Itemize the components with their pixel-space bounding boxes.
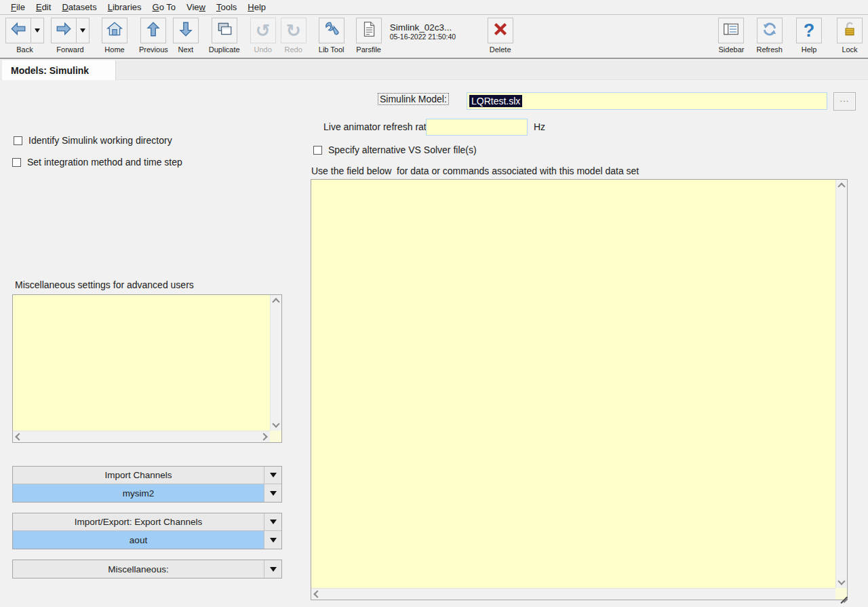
simulink-model-label: Simulink Model: — [378, 93, 449, 105]
solver-checkbox-row: Specify alternative VS Solver file(s) — [313, 144, 477, 155]
scroll-up-icon[interactable] — [837, 182, 845, 190]
undo-button: ↺ Undo — [250, 18, 276, 54]
back-arrow-icon — [9, 20, 27, 41]
notes-field[interactable] — [311, 179, 848, 600]
integration-checkbox[interactable] — [12, 158, 21, 167]
down-arrow-icon — [177, 20, 195, 41]
tab-models-simulink[interactable]: Models: Simulink — [2, 60, 116, 80]
refresh-rate-input[interactable] — [426, 119, 528, 136]
tab-label: Models: Simulink — [11, 65, 89, 76]
dataset-timestamp: 05-16-2022 21:50:40 — [390, 33, 463, 41]
dropdown-arrow-icon[interactable] — [264, 560, 281, 578]
menu-help[interactable]: Help — [242, 1, 271, 14]
scroll-left-icon[interactable] — [313, 590, 321, 598]
notes-caption: Use the field below for data or commands… — [311, 165, 639, 176]
solver-label: Specify alternative VS Solver file(s) — [328, 144, 477, 155]
export-channels-category-button[interactable]: Import/Export: Export Channels — [13, 513, 281, 531]
dropdown-arrow-icon[interactable] — [264, 531, 281, 549]
parsfile-button[interactable]: Parsfile — [356, 18, 382, 54]
back-button[interactable]: Back — [5, 18, 44, 54]
dataset-title: Simlink_02c3... — [390, 22, 463, 33]
delete-x-icon — [492, 20, 509, 41]
notes-horizontal-scrollbar[interactable] — [311, 588, 835, 600]
menu-bar: File Edit Datasets Libraries Go To View … — [0, 0, 868, 15]
solver-checkbox[interactable] — [313, 146, 322, 155]
sidebar-label: Sidebar — [719, 45, 745, 54]
up-arrow-icon — [144, 20, 162, 41]
identify-dir-label: Identify Simulink working directory — [28, 135, 172, 146]
help-icon: ? — [804, 22, 815, 40]
forward-dropdown-icon[interactable] — [77, 18, 90, 43]
delete-label: Delete — [490, 45, 511, 54]
scroll-up-icon[interactable] — [272, 298, 279, 305]
export-channels-selection-button[interactable]: aout — [13, 531, 281, 549]
toolbar: Back Forward Home Previous — [0, 15, 868, 59]
menu-tools[interactable]: Tools — [211, 1, 242, 14]
menu-datasets[interactable]: Datasets — [56, 1, 102, 14]
app-window: File Edit Datasets Libraries Go To View … — [0, 0, 868, 607]
menu-file[interactable]: File — [5, 1, 31, 14]
misc-vertical-scrollbar[interactable] — [270, 295, 281, 431]
refresh-icon — [761, 20, 778, 41]
dropdown-arrow-icon[interactable] — [264, 484, 281, 502]
identify-dir-checkbox-row: Identify Simulink working directory — [14, 135, 172, 146]
import-channels-selection-button[interactable]: mysim2 — [13, 484, 281, 502]
hz-unit-label: Hz — [534, 121, 545, 132]
dropdown-arrow-icon[interactable] — [264, 513, 281, 530]
back-dropdown-icon[interactable] — [31, 18, 44, 43]
forward-label: Forward — [56, 45, 83, 54]
refresh-label: Refresh — [756, 45, 783, 54]
redo-icon: ↻ — [286, 22, 301, 39]
tab-bar: Models: Simulink — [0, 60, 868, 80]
integration-label: Set integration method and time step — [27, 157, 182, 168]
misc-horizontal-scrollbar[interactable] — [13, 431, 270, 442]
forward-button[interactable]: Forward — [51, 18, 90, 54]
refresh-button[interactable]: Refresh — [756, 18, 783, 54]
import-channels-category-button[interactable]: Import Channels — [13, 467, 281, 484]
duplicate-icon — [216, 20, 233, 41]
browse-button[interactable]: ... — [833, 92, 856, 111]
export-channels-category-label: Import/Export: Export Channels — [13, 513, 264, 530]
miscellaneous-category-button[interactable]: Miscellaneous: — [13, 560, 281, 578]
refresh-rate-label: Live animator refresh rate: — [323, 121, 434, 132]
home-button[interactable]: Home — [102, 18, 127, 54]
simulink-model-input[interactable]: LQRtest.slx — [467, 92, 827, 110]
notes-resize-corner[interactable] — [835, 588, 847, 600]
delete-button[interactable]: Delete — [488, 18, 513, 54]
selected-filename-text: LQRtest.slx — [469, 95, 522, 107]
lib-tool-label: Lib Tool — [319, 45, 344, 54]
help-button[interactable]: ? Help — [796, 18, 822, 54]
redo-button: ↻ Redo — [281, 18, 307, 54]
miscellaneous-group: Miscellaneous: — [12, 560, 282, 579]
import-channels-category-label: Import Channels — [13, 467, 264, 484]
scroll-left-icon[interactable] — [15, 433, 22, 440]
parsfile-label: Parsfile — [356, 45, 381, 54]
scroll-down-icon[interactable] — [272, 420, 279, 427]
menu-libraries[interactable]: Libraries — [102, 1, 147, 14]
import-channels-group: Import Channels mysim2 — [12, 466, 282, 503]
undo-icon: ↺ — [256, 22, 271, 39]
misc-settings-caption: Miscellaneous settings for advanced user… — [15, 279, 194, 290]
export-channels-group: Import/Export: Export Channels aout — [12, 513, 282, 549]
scroll-right-icon[interactable] — [260, 433, 267, 440]
misc-scrollbar-corner — [270, 431, 281, 442]
duplicate-button[interactable]: Duplicate — [209, 18, 240, 54]
integration-checkbox-row: Set integration method and time step — [12, 157, 182, 168]
document-icon — [360, 20, 378, 41]
duplicate-label: Duplicate — [209, 45, 240, 54]
lock-button[interactable]: Lock — [837, 18, 863, 54]
menu-view[interactable]: View — [181, 1, 211, 14]
lib-tool-button[interactable]: Lib Tool — [319, 18, 344, 54]
scroll-down-icon[interactable] — [837, 577, 845, 585]
misc-settings-field[interactable] — [12, 294, 282, 443]
previous-label: Previous — [139, 45, 168, 54]
sidebar-button[interactable]: Sidebar — [718, 18, 744, 54]
dropdown-arrow-icon[interactable] — [264, 467, 281, 484]
identify-dir-checkbox[interactable] — [14, 136, 22, 145]
menu-goto[interactable]: Go To — [147, 1, 181, 14]
notes-vertical-scrollbar[interactable] — [835, 180, 847, 588]
next-button[interactable]: Next — [173, 18, 199, 54]
previous-button[interactable]: Previous — [139, 18, 168, 54]
menu-edit[interactable]: Edit — [31, 1, 56, 14]
next-label: Next — [178, 45, 193, 54]
